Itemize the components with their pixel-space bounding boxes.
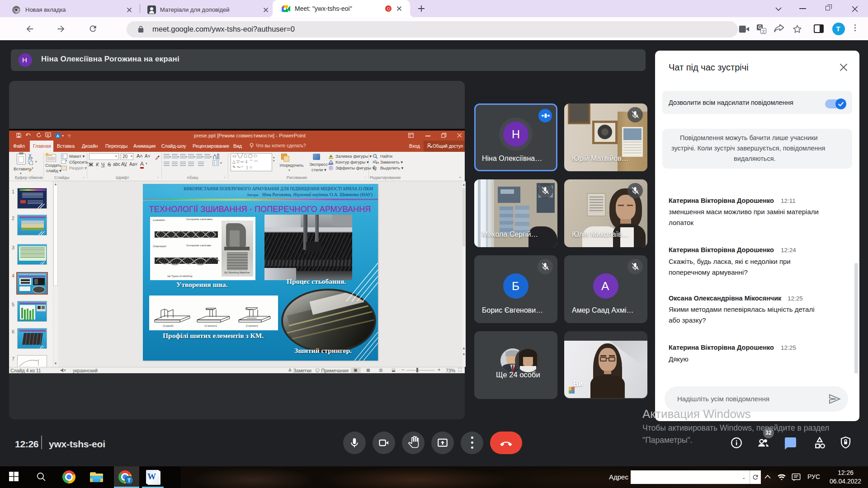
svg-text:(J-section): (J-section) [204, 324, 217, 327]
svg-text:(I-section): (I-section) [246, 324, 258, 327]
svg-text:(J-panel): (J-panel) [163, 324, 174, 327]
